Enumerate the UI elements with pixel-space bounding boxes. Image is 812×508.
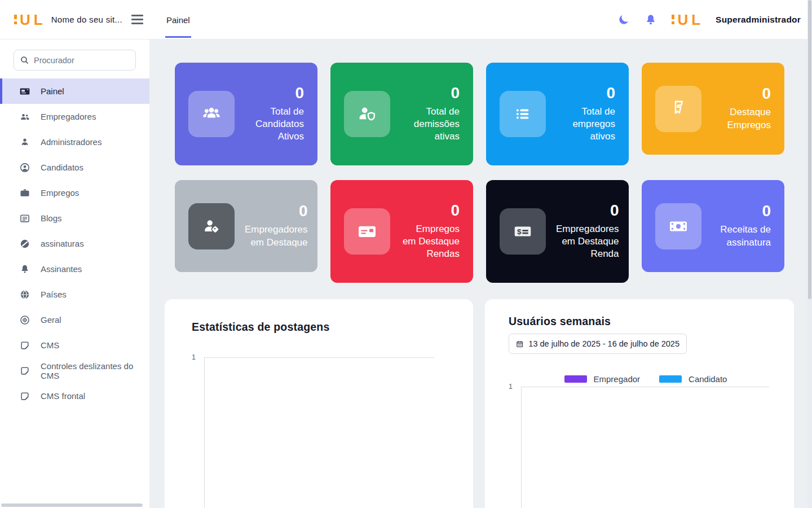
flag-icon xyxy=(655,86,701,132)
stat-value: 0 xyxy=(556,85,615,101)
sidebar-item-empregadores[interactable]: Empregadores xyxy=(0,104,149,129)
posts-chart-title: Estatísticas de postagens xyxy=(192,321,473,334)
sidebar-item-label: Painel xyxy=(41,86,64,96)
sidebar-item-candidatos[interactable]: Candidatos xyxy=(0,155,149,180)
subscription-icon xyxy=(19,238,30,249)
stat-label: Total de empregos ativos xyxy=(556,106,615,143)
dark-mode-moon-icon[interactable] xyxy=(617,14,630,26)
horizontal-scrollbar-thumb[interactable] xyxy=(1,503,143,507)
sidebar-search[interactable] xyxy=(14,50,136,71)
stat-card-empregos-destaque-rendas[interactable]: 0 Empregos em Destaque Rendas xyxy=(330,180,473,283)
person-shield-icon xyxy=(344,91,390,137)
vertical-scrollbar-thumb[interactable] xyxy=(808,0,811,299)
topbar: U L Nome do seu sit... Painel U L Supera… xyxy=(0,0,812,40)
money-bill-icon xyxy=(655,203,701,249)
stat-value: 0 xyxy=(712,203,771,219)
notifications-bell-icon[interactable] xyxy=(645,14,657,26)
y-axis-tick: 1 xyxy=(192,353,196,361)
vertical-scrollbar[interactable] xyxy=(807,0,812,508)
page-icon xyxy=(19,391,30,402)
sidebar-item-label: Administradores xyxy=(41,137,102,147)
sidebar-item-administradores[interactable]: Administradores xyxy=(0,129,149,155)
sidebar-item-paises[interactable]: Países xyxy=(0,282,149,307)
sidebar-item-cms-frontal[interactable]: CMS frontal xyxy=(0,383,149,409)
weekly-users-card: Usuários semanais 13 de julho de 2025 - … xyxy=(485,299,794,508)
charts-row: Estatísticas de postagens 1 Usuários sem… xyxy=(165,299,798,508)
stat-text: 0 Empregadores em Destaque xyxy=(245,203,308,248)
receipt-icon: $ xyxy=(500,208,546,255)
sidebar-item-assinaturas[interactable]: assinaturas xyxy=(0,231,149,256)
briefcase-icon xyxy=(19,187,30,199)
stat-card-empregadores-destaque-renda[interactable]: $ 0 Empregadores em Destaque Renda xyxy=(486,180,629,283)
stat-card-demissoes-ativas[interactable]: 0 Total de demissões ativas xyxy=(330,63,473,165)
legend-label: Empregador xyxy=(594,374,641,384)
stat-card-empregadores-destaque[interactable]: 0 Empregadores em Destaque xyxy=(175,180,317,272)
stat-label: Destaque Empregos xyxy=(712,106,771,131)
logo-letter-u: U xyxy=(20,12,31,27)
search-icon xyxy=(20,55,29,65)
hamburger-menu-icon[interactable] xyxy=(131,15,143,24)
stat-card-receitas-assinatura[interactable]: 0 Receitas de assinatura xyxy=(642,180,784,272)
site-name: Nome do seu sit... xyxy=(51,15,122,24)
sidebar-item-cms[interactable]: CMS xyxy=(0,332,149,358)
weekly-users-plot-area xyxy=(521,387,769,508)
sidebar-item-label: CMS frontal xyxy=(41,391,85,401)
id-card-icon xyxy=(344,208,390,255)
group-icon xyxy=(188,91,235,137)
stat-card-empregos-ativos[interactable]: 0 Total de empregos ativos xyxy=(486,63,629,165)
calendar-icon xyxy=(516,339,523,349)
sidebar-item-label: Assinantes xyxy=(41,264,82,274)
person-circle-icon xyxy=(19,162,30,173)
stat-label: Receitas de assinatura xyxy=(712,224,771,248)
stat-label: Empregadores em Destaque Renda xyxy=(556,223,619,260)
stat-value: 0 xyxy=(400,203,460,218)
legend-swatch-empregador xyxy=(564,375,587,383)
sidebar-item-empregos[interactable]: Empregos xyxy=(0,180,149,205)
logo-letter-l: L xyxy=(34,12,43,27)
globe-icon xyxy=(19,289,30,300)
user-logo: U L xyxy=(672,12,701,27)
sidebar-item-label: CMS xyxy=(41,340,59,350)
logo-colon-icon xyxy=(672,15,674,24)
sidebar-item-label: Empregadores xyxy=(41,112,96,121)
stat-card-destaque-empregos[interactable]: 0 Destaque Empregos xyxy=(642,63,784,155)
sidebar-item-geral[interactable]: Geral xyxy=(0,307,149,332)
sidebar-item-assinantes[interactable]: Assinantes xyxy=(0,256,149,282)
search-input[interactable] xyxy=(34,56,118,65)
article-icon xyxy=(19,213,30,224)
site-logo[interactable]: U L xyxy=(14,12,43,27)
stat-card-candidatos-ativos[interactable]: 0 Total de Candidatos Ativos xyxy=(175,63,317,165)
date-range-picker[interactable]: 13 de julho de 2025 - 16 de julho de 202… xyxy=(509,334,687,354)
dashboard-icon xyxy=(19,86,30,97)
sidebar-item-label: Controles deslizantes do CMS xyxy=(41,361,149,380)
people-icon xyxy=(19,111,30,122)
stat-text: 0 Receitas de assinatura xyxy=(712,203,771,248)
stat-value: 0 xyxy=(712,86,771,102)
topbar-right: U L Superadministrador xyxy=(617,12,812,27)
stat-value: 0 xyxy=(245,203,308,219)
sidebar: Painel Empregadores Administradores Cand… xyxy=(0,40,149,508)
stats-grid: 0 Total de Candidatos Ativos 0 Total de … xyxy=(165,63,798,283)
svg-text:$: $ xyxy=(517,227,522,236)
list-icon xyxy=(500,91,546,137)
user-role-label[interactable]: Superadministrador xyxy=(716,15,801,25)
weekly-users-chart: 1 xyxy=(509,387,794,508)
bell-icon xyxy=(19,264,30,275)
posts-stats-card: Estatísticas de postagens 1 xyxy=(165,299,473,508)
tab-painel[interactable]: Painel xyxy=(165,2,191,38)
sidebar-item-label: Candidatos xyxy=(41,163,83,172)
legend-item-candidato[interactable]: Candidato xyxy=(659,374,727,384)
main-content: 0 Total de Candidatos Ativos 0 Total de … xyxy=(149,40,807,508)
legend-item-empregador[interactable]: Empregador xyxy=(564,374,641,384)
logo-colon-icon xyxy=(14,15,17,24)
sidebar-item-painel[interactable]: Painel xyxy=(0,78,149,104)
sidebar-item-label: Países xyxy=(41,290,67,299)
sidebar-item-label: Geral xyxy=(41,315,61,325)
date-range-value: 13 de julho de 2025 - 16 de julho de 202… xyxy=(528,339,679,348)
stat-text: 0 Total de demissões ativas xyxy=(400,85,460,143)
sidebar-item-label: Blogs xyxy=(41,213,62,223)
sidebar-item-blogs[interactable]: Blogs xyxy=(0,205,149,231)
sidebar-item-controles-cms[interactable]: Controles deslizantes do CMS xyxy=(0,358,149,383)
weekly-users-title: Usuários semanais xyxy=(509,315,794,328)
admin-person-icon xyxy=(19,137,30,148)
